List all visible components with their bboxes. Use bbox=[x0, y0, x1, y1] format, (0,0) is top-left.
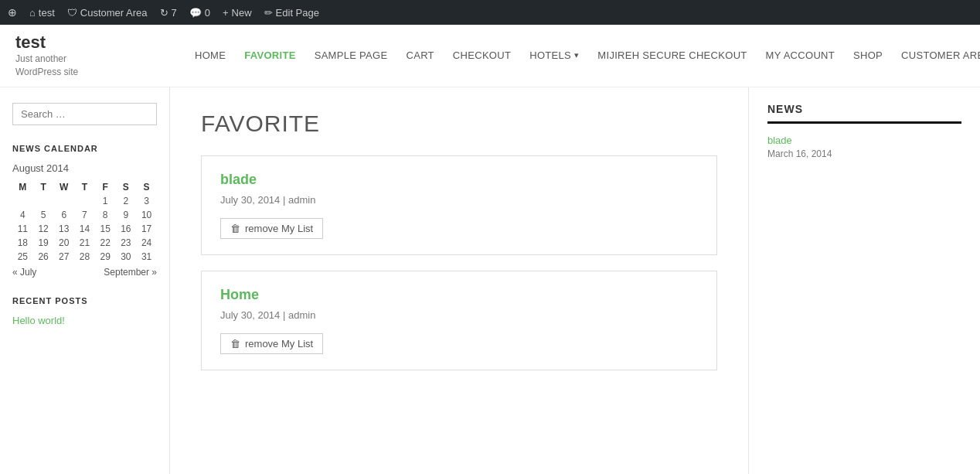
cal-day bbox=[53, 194, 74, 208]
cal-header-s2: S bbox=[136, 180, 157, 194]
post-title-home[interactable]: Home bbox=[220, 287, 698, 303]
cal-day[interactable]: 9 bbox=[116, 208, 137, 222]
admin-bar-edit-page[interactable]: ✏ Edit Page bbox=[264, 7, 319, 19]
cal-day[interactable]: 25 bbox=[12, 250, 33, 264]
cal-day[interactable]: 13 bbox=[53, 222, 74, 236]
main-nav: HOME FAVORITE SAMPLE PAGE CART CHECKOUT … bbox=[185, 29, 980, 83]
cal-header-t1: T bbox=[33, 180, 54, 194]
site-title[interactable]: test bbox=[15, 32, 185, 53]
nav-favorite[interactable]: FAVORITE bbox=[235, 29, 305, 83]
site-branding: test Just another WordPress site bbox=[15, 25, 185, 87]
cal-day[interactable]: 24 bbox=[136, 236, 157, 250]
cal-day[interactable]: 29 bbox=[95, 250, 116, 264]
page-title: FAVORITE bbox=[201, 111, 717, 137]
admin-bar-customer-area[interactable]: 🛡 Customer Area bbox=[67, 7, 148, 19]
cal-next[interactable]: September » bbox=[104, 267, 157, 278]
cal-prev[interactable]: « July bbox=[12, 267, 36, 278]
cal-day[interactable]: 3 bbox=[136, 194, 157, 208]
calendar-nav: « July September » bbox=[12, 267, 157, 278]
cal-day[interactable]: 28 bbox=[74, 250, 95, 264]
nav-my-account[interactable]: MY ACCOUNT bbox=[757, 29, 844, 83]
cal-day[interactable]: 4 bbox=[12, 208, 33, 222]
cal-day bbox=[74, 194, 95, 208]
home-icon: ⌂ bbox=[29, 7, 36, 19]
wp-icon: ⊕ bbox=[8, 6, 17, 19]
main-content: FAVORITE blade July 30, 2014 | admin 🗑 r… bbox=[170, 87, 748, 474]
cal-day[interactable]: 8 bbox=[95, 208, 116, 222]
trash-icon: 🗑 bbox=[230, 223, 240, 234]
calendar-month: August 2014 bbox=[12, 162, 157, 174]
cal-day[interactable]: 19 bbox=[33, 236, 54, 250]
news-title: NEWS bbox=[767, 103, 961, 124]
cal-header-m: M bbox=[12, 180, 33, 194]
news-calendar: NEWS CALENDAR August 2014 M T W T F S S … bbox=[12, 144, 157, 278]
cal-day[interactable]: 10 bbox=[136, 208, 157, 222]
cal-day[interactable]: 7 bbox=[74, 208, 95, 222]
cal-day[interactable]: 27 bbox=[53, 250, 74, 264]
cal-day[interactable]: 16 bbox=[116, 222, 137, 236]
cal-day bbox=[12, 194, 33, 208]
cal-header-w: W bbox=[53, 180, 74, 194]
news-item-title-blade[interactable]: blade bbox=[767, 135, 961, 146]
cal-day[interactable]: 11 bbox=[12, 222, 33, 236]
cal-header-s1: S bbox=[116, 180, 137, 194]
site-header: test Just another WordPress site HOME FA… bbox=[0, 25, 980, 87]
cal-day[interactable]: 5 bbox=[33, 208, 54, 222]
cal-day[interactable]: 20 bbox=[53, 236, 74, 250]
remove-home-button[interactable]: 🗑 remove My List bbox=[220, 333, 323, 354]
admin-bar-comments[interactable]: 💬 0 bbox=[189, 7, 210, 19]
admin-bar-site-name[interactable]: ⌂ test bbox=[29, 7, 55, 19]
cal-day[interactable]: 15 bbox=[95, 222, 116, 236]
nav-mijireh[interactable]: MIJIREH SECURE CHECKOUT bbox=[588, 29, 756, 83]
cal-header-t2: T bbox=[74, 180, 95, 194]
cal-day[interactable]: 30 bbox=[116, 250, 137, 264]
nav-checkout[interactable]: CHECKOUT bbox=[444, 29, 520, 83]
cal-day[interactable]: 23 bbox=[116, 236, 137, 250]
edit-icon: ✏ bbox=[264, 7, 273, 19]
plus-icon: + bbox=[223, 7, 229, 19]
search-box bbox=[12, 103, 157, 125]
post-meta-blade: July 30, 2014 | admin bbox=[220, 194, 698, 206]
nav-sample-page[interactable]: SAMPLE PAGE bbox=[305, 29, 397, 83]
calendar-table: M T W T F S S 12345678910111213141516171… bbox=[12, 180, 157, 264]
calendar-body: 1234567891011121314151617181920212223242… bbox=[12, 194, 157, 264]
right-sidebar: NEWS blade March 16, 2014 bbox=[748, 87, 980, 474]
shield-icon: 🛡 bbox=[67, 7, 77, 19]
news-item-date-blade: March 16, 2014 bbox=[767, 148, 961, 159]
left-sidebar: NEWS CALENDAR August 2014 M T W T F S S … bbox=[0, 87, 170, 474]
cal-day[interactable]: 21 bbox=[74, 236, 95, 250]
nav-shop[interactable]: SHOP bbox=[844, 29, 892, 83]
cal-day[interactable]: 26 bbox=[33, 250, 54, 264]
cal-day[interactable]: 17 bbox=[136, 222, 157, 236]
cal-day[interactable]: 14 bbox=[74, 222, 95, 236]
news-calendar-title: NEWS CALENDAR bbox=[12, 144, 157, 153]
nav-customer-area[interactable]: CUSTOMER AREA bbox=[892, 29, 980, 83]
cal-day[interactable]: 1 bbox=[95, 194, 116, 208]
updates-icon: ↻ bbox=[160, 7, 168, 19]
page-wrapper: NEWS CALENDAR August 2014 M T W T F S S … bbox=[0, 87, 980, 474]
cal-day[interactable]: 31 bbox=[136, 250, 157, 264]
admin-bar-new[interactable]: + New bbox=[223, 7, 252, 19]
news-item-blade: blade March 16, 2014 bbox=[767, 135, 961, 159]
cal-day[interactable]: 6 bbox=[53, 208, 74, 222]
search-input[interactable] bbox=[12, 103, 157, 125]
admin-bar-updates[interactable]: ↻ 7 bbox=[160, 7, 177, 19]
cal-day[interactable]: 12 bbox=[33, 222, 54, 236]
admin-bar-wp-logo[interactable]: ⊕ bbox=[8, 6, 17, 19]
comments-icon: 💬 bbox=[189, 7, 202, 19]
cal-day[interactable]: 22 bbox=[95, 236, 116, 250]
nav-cart[interactable]: CART bbox=[396, 29, 443, 83]
remove-blade-button[interactable]: 🗑 remove My List bbox=[220, 218, 323, 239]
site-description: Just another WordPress site bbox=[15, 53, 185, 79]
cal-day[interactable]: 18 bbox=[12, 236, 33, 250]
post-title-blade[interactable]: blade bbox=[220, 172, 698, 188]
nav-hotels[interactable]: HOTELS bbox=[520, 29, 588, 83]
post-card-blade: blade July 30, 2014 | admin 🗑 remove My … bbox=[201, 155, 717, 255]
recent-posts: RECENT POSTS Hello world! bbox=[12, 296, 157, 326]
cal-day[interactable]: 2 bbox=[116, 194, 137, 208]
trash-icon-2: 🗑 bbox=[230, 338, 240, 350]
recent-post-hello-world[interactable]: Hello world! bbox=[12, 315, 157, 326]
recent-posts-title: RECENT POSTS bbox=[12, 296, 157, 305]
admin-bar: ⊕ ⌂ test 🛡 Customer Area ↻ 7 💬 0 + New ✏… bbox=[0, 0, 980, 25]
nav-home[interactable]: HOME bbox=[185, 29, 235, 83]
